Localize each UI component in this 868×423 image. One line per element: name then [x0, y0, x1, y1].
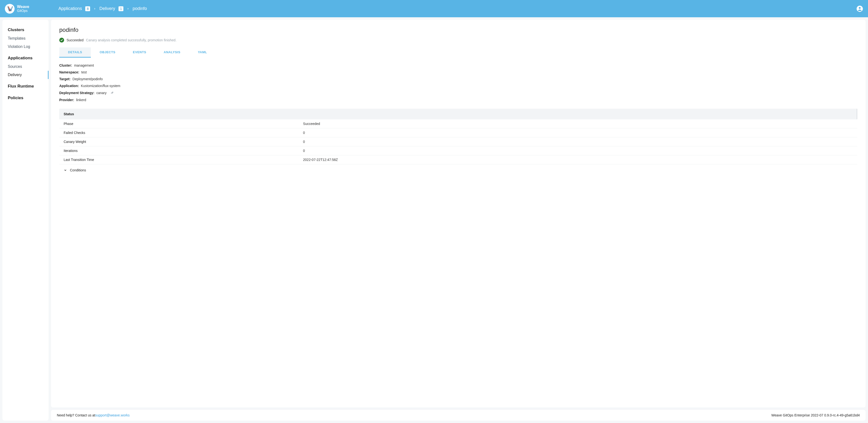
status-row-key: Last Transition Time — [59, 156, 299, 164]
sidebar-item-sources[interactable]: Sources — [2, 62, 49, 71]
tab-analysis[interactable]: ANALYSIS — [155, 48, 189, 58]
breadcrumb-applications-count: 8 — [85, 6, 90, 11]
status-row-key: Iterations — [59, 146, 299, 156]
status-label: Succeeded — [66, 38, 84, 42]
brand-text: Weave GitOps — [17, 5, 29, 12]
status-row-value: 0 — [299, 137, 857, 146]
label-deployment-strategy: Deployment Strategy: — [59, 91, 94, 95]
weave-logo-icon — [5, 4, 14, 13]
canary-bird-icon — [110, 91, 114, 95]
label-target: Target: — [59, 77, 70, 81]
tab-objects[interactable]: OBJECTS — [91, 48, 124, 58]
table-row: PhaseSucceeded — [59, 119, 857, 129]
label-application: Application: — [59, 84, 79, 88]
value-provider: linkerd — [76, 98, 86, 102]
brand-line1: Weave — [17, 5, 29, 9]
tab-details[interactable]: DETAILS — [59, 48, 91, 58]
conditions-toggle[interactable]: Conditions — [59, 164, 857, 176]
main-panel: podinfo Succeeded Canary analysis comple… — [51, 20, 866, 407]
value-namespace: test — [81, 70, 87, 74]
top-header: Weave GitOps Applications 8 Delivery 1 p… — [0, 0, 868, 17]
check-circle-icon — [59, 38, 64, 43]
breadcrumb-delivery-count: 1 — [119, 6, 123, 11]
label-provider: Provider: — [59, 98, 74, 102]
footer-support-link[interactable]: support@weave.works — [95, 413, 130, 417]
sidebar-nav: Clusters Templates Violation Log Applica… — [2, 20, 49, 421]
status-row-value: Succeeded — [299, 119, 857, 129]
value-deployment-strategy: canary — [96, 91, 106, 95]
sidebar-item-clusters[interactable]: Clusters — [2, 26, 49, 34]
footer-help-text: Need help? Contact us at — [57, 413, 95, 417]
status-message: Canary analysis completed successfully, … — [86, 38, 176, 42]
value-cluster: management — [74, 63, 94, 67]
sidebar-item-templates[interactable]: Templates — [2, 34, 49, 43]
label-namespace: Namespace: — [59, 70, 80, 74]
chevron-down-icon — [64, 168, 67, 172]
status-table: PhaseSucceededFailed Checks0Canary Weigh… — [59, 119, 857, 164]
footer-version: Weave GitOps Enterprise 2022-07 0.9.0-rc… — [771, 413, 860, 417]
conditions-label: Conditions — [70, 168, 86, 172]
tab-events[interactable]: EVENTS — [124, 48, 155, 58]
brand-logo[interactable]: Weave GitOps — [5, 4, 29, 13]
status-row-key: Canary Weight — [59, 137, 299, 146]
svg-point-0 — [6, 5, 13, 12]
chevron-right-icon — [127, 7, 129, 11]
sidebar-item-flux-runtime[interactable]: Flux Runtime — [2, 82, 49, 91]
table-row: Failed Checks0 — [59, 129, 857, 137]
table-row: Last Transition Time2022-07-22T12:47:58Z — [59, 156, 857, 164]
status-row-value: 0 — [299, 146, 857, 156]
tab-yaml[interactable]: YAML — [189, 48, 216, 58]
status-row-value: 0 — [299, 129, 857, 137]
sidebar-item-applications[interactable]: Applications — [2, 54, 49, 62]
value-application: Kustomization/flux-system — [81, 84, 120, 88]
page-title: podinfo — [59, 27, 857, 33]
breadcrumb-delivery[interactable]: Delivery — [99, 6, 115, 11]
chevron-right-icon — [93, 7, 96, 11]
details-list: Cluster:management Namespace:test Target… — [59, 63, 857, 102]
table-row: Canary Weight0 — [59, 137, 857, 146]
sidebar-item-violation-log[interactable]: Violation Log — [2, 43, 49, 51]
breadcrumb: Applications 8 Delivery 1 podinfo — [58, 6, 147, 11]
breadcrumb-applications[interactable]: Applications — [58, 6, 82, 11]
sidebar-item-delivery[interactable]: Delivery — [2, 71, 49, 79]
status-panel-heading: Status — [59, 109, 857, 119]
status-row-key: Phase — [59, 119, 299, 129]
breadcrumb-current: podinfo — [133, 6, 147, 11]
tab-bar: DETAILS OBJECTS EVENTS ANALYSIS YAML — [59, 48, 857, 58]
user-menu-icon[interactable] — [856, 5, 863, 12]
status-row-key: Failed Checks — [59, 129, 299, 137]
label-cluster: Cluster: — [59, 63, 72, 67]
sidebar-item-policies[interactable]: Policies — [2, 93, 49, 102]
table-row: Iterations0 — [59, 146, 857, 156]
brand-line2: GitOps — [17, 9, 29, 12]
status-row-value: 2022-07-22T12:47:58Z — [299, 156, 857, 164]
footer-bar: Need help? Contact us at support@weave.w… — [51, 410, 866, 421]
value-target: Deployment/podinfo — [72, 77, 103, 81]
svg-point-2 — [859, 7, 861, 8]
status-summary: Succeeded Canary analysis completed succ… — [59, 38, 857, 43]
